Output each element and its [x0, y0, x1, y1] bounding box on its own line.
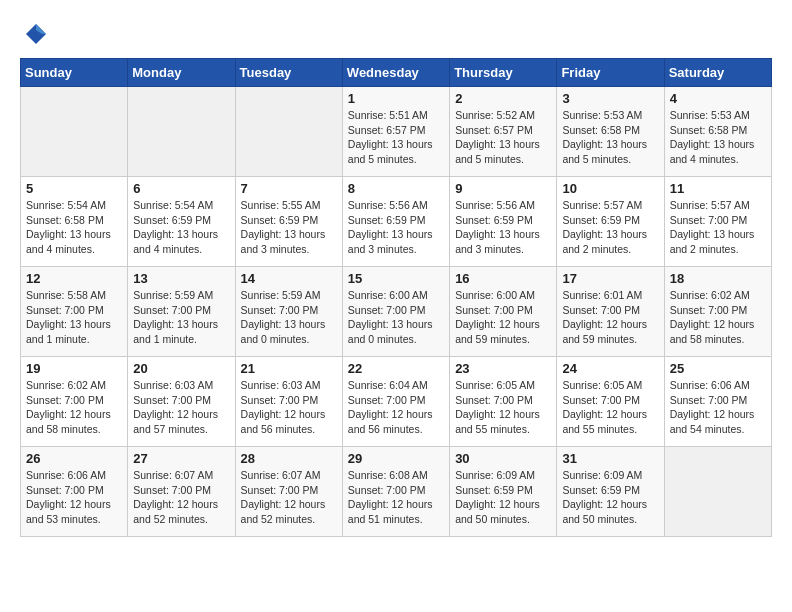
day-number: 21: [241, 361, 337, 376]
calendar-cell: 1Sunrise: 5:51 AM Sunset: 6:57 PM Daylig…: [342, 87, 449, 177]
header-day-wednesday: Wednesday: [342, 59, 449, 87]
day-number: 6: [133, 181, 229, 196]
calendar-week-row: 12Sunrise: 5:58 AM Sunset: 7:00 PM Dayli…: [21, 267, 772, 357]
day-info: Sunrise: 6:09 AM Sunset: 6:59 PM Dayligh…: [562, 468, 658, 527]
day-number: 30: [455, 451, 551, 466]
day-number: 9: [455, 181, 551, 196]
header-day-saturday: Saturday: [664, 59, 771, 87]
day-number: 13: [133, 271, 229, 286]
calendar-cell: 3Sunrise: 5:53 AM Sunset: 6:58 PM Daylig…: [557, 87, 664, 177]
calendar-cell: 23Sunrise: 6:05 AM Sunset: 7:00 PM Dayli…: [450, 357, 557, 447]
day-number: 3: [562, 91, 658, 106]
header-day-monday: Monday: [128, 59, 235, 87]
day-info: Sunrise: 5:52 AM Sunset: 6:57 PM Dayligh…: [455, 108, 551, 167]
calendar-cell: 2Sunrise: 5:52 AM Sunset: 6:57 PM Daylig…: [450, 87, 557, 177]
calendar-cell: 30Sunrise: 6:09 AM Sunset: 6:59 PM Dayli…: [450, 447, 557, 537]
day-info: Sunrise: 6:00 AM Sunset: 7:00 PM Dayligh…: [348, 288, 444, 347]
calendar-cell: [21, 87, 128, 177]
calendar-week-row: 5Sunrise: 5:54 AM Sunset: 6:58 PM Daylig…: [21, 177, 772, 267]
calendar-cell: 27Sunrise: 6:07 AM Sunset: 7:00 PM Dayli…: [128, 447, 235, 537]
calendar-week-row: 1Sunrise: 5:51 AM Sunset: 6:57 PM Daylig…: [21, 87, 772, 177]
calendar-cell: 26Sunrise: 6:06 AM Sunset: 7:00 PM Dayli…: [21, 447, 128, 537]
day-info: Sunrise: 5:53 AM Sunset: 6:58 PM Dayligh…: [562, 108, 658, 167]
day-info: Sunrise: 6:05 AM Sunset: 7:00 PM Dayligh…: [562, 378, 658, 437]
day-info: Sunrise: 5:59 AM Sunset: 7:00 PM Dayligh…: [133, 288, 229, 347]
calendar-cell: 15Sunrise: 6:00 AM Sunset: 7:00 PM Dayli…: [342, 267, 449, 357]
day-info: Sunrise: 5:53 AM Sunset: 6:58 PM Dayligh…: [670, 108, 766, 167]
calendar-cell: 12Sunrise: 5:58 AM Sunset: 7:00 PM Dayli…: [21, 267, 128, 357]
header-day-sunday: Sunday: [21, 59, 128, 87]
day-info: Sunrise: 6:00 AM Sunset: 7:00 PM Dayligh…: [455, 288, 551, 347]
calendar-cell: 11Sunrise: 5:57 AM Sunset: 7:00 PM Dayli…: [664, 177, 771, 267]
day-info: Sunrise: 6:06 AM Sunset: 7:00 PM Dayligh…: [26, 468, 122, 527]
logo: [20, 20, 52, 48]
calendar-cell: 13Sunrise: 5:59 AM Sunset: 7:00 PM Dayli…: [128, 267, 235, 357]
day-info: Sunrise: 5:56 AM Sunset: 6:59 PM Dayligh…: [455, 198, 551, 257]
calendar-cell: 29Sunrise: 6:08 AM Sunset: 7:00 PM Dayli…: [342, 447, 449, 537]
day-info: Sunrise: 6:05 AM Sunset: 7:00 PM Dayligh…: [455, 378, 551, 437]
day-number: 14: [241, 271, 337, 286]
calendar-cell: 24Sunrise: 6:05 AM Sunset: 7:00 PM Dayli…: [557, 357, 664, 447]
day-info: Sunrise: 6:03 AM Sunset: 7:00 PM Dayligh…: [133, 378, 229, 437]
calendar-cell: 19Sunrise: 6:02 AM Sunset: 7:00 PM Dayli…: [21, 357, 128, 447]
day-number: 15: [348, 271, 444, 286]
calendar-cell: 4Sunrise: 5:53 AM Sunset: 6:58 PM Daylig…: [664, 87, 771, 177]
day-info: Sunrise: 6:06 AM Sunset: 7:00 PM Dayligh…: [670, 378, 766, 437]
calendar-week-row: 19Sunrise: 6:02 AM Sunset: 7:00 PM Dayli…: [21, 357, 772, 447]
day-number: 10: [562, 181, 658, 196]
calendar-week-row: 26Sunrise: 6:06 AM Sunset: 7:00 PM Dayli…: [21, 447, 772, 537]
calendar-cell: [235, 87, 342, 177]
calendar-cell: 9Sunrise: 5:56 AM Sunset: 6:59 PM Daylig…: [450, 177, 557, 267]
day-number: 23: [455, 361, 551, 376]
day-number: 8: [348, 181, 444, 196]
day-info: Sunrise: 6:03 AM Sunset: 7:00 PM Dayligh…: [241, 378, 337, 437]
day-number: 26: [26, 451, 122, 466]
day-info: Sunrise: 5:51 AM Sunset: 6:57 PM Dayligh…: [348, 108, 444, 167]
header-day-thursday: Thursday: [450, 59, 557, 87]
calendar-cell: 8Sunrise: 5:56 AM Sunset: 6:59 PM Daylig…: [342, 177, 449, 267]
day-info: Sunrise: 6:01 AM Sunset: 7:00 PM Dayligh…: [562, 288, 658, 347]
calendar-cell: [664, 447, 771, 537]
header-day-friday: Friday: [557, 59, 664, 87]
day-number: 16: [455, 271, 551, 286]
day-number: 1: [348, 91, 444, 106]
day-info: Sunrise: 6:02 AM Sunset: 7:00 PM Dayligh…: [26, 378, 122, 437]
calendar-cell: 18Sunrise: 6:02 AM Sunset: 7:00 PM Dayli…: [664, 267, 771, 357]
calendar-cell: 14Sunrise: 5:59 AM Sunset: 7:00 PM Dayli…: [235, 267, 342, 357]
calendar-cell: 10Sunrise: 5:57 AM Sunset: 6:59 PM Dayli…: [557, 177, 664, 267]
day-number: 2: [455, 91, 551, 106]
day-number: 4: [670, 91, 766, 106]
day-info: Sunrise: 5:54 AM Sunset: 6:58 PM Dayligh…: [26, 198, 122, 257]
day-number: 28: [241, 451, 337, 466]
header: [20, 20, 772, 48]
calendar-cell: 7Sunrise: 5:55 AM Sunset: 6:59 PM Daylig…: [235, 177, 342, 267]
calendar-cell: 16Sunrise: 6:00 AM Sunset: 7:00 PM Dayli…: [450, 267, 557, 357]
calendar-cell: 20Sunrise: 6:03 AM Sunset: 7:00 PM Dayli…: [128, 357, 235, 447]
calendar-cell: 5Sunrise: 5:54 AM Sunset: 6:58 PM Daylig…: [21, 177, 128, 267]
day-number: 25: [670, 361, 766, 376]
day-number: 11: [670, 181, 766, 196]
day-number: 12: [26, 271, 122, 286]
header-day-tuesday: Tuesday: [235, 59, 342, 87]
day-info: Sunrise: 5:55 AM Sunset: 6:59 PM Dayligh…: [241, 198, 337, 257]
day-number: 19: [26, 361, 122, 376]
day-number: 5: [26, 181, 122, 196]
calendar-cell: 25Sunrise: 6:06 AM Sunset: 7:00 PM Dayli…: [664, 357, 771, 447]
day-info: Sunrise: 5:57 AM Sunset: 6:59 PM Dayligh…: [562, 198, 658, 257]
day-info: Sunrise: 5:57 AM Sunset: 7:00 PM Dayligh…: [670, 198, 766, 257]
day-info: Sunrise: 6:04 AM Sunset: 7:00 PM Dayligh…: [348, 378, 444, 437]
day-number: 27: [133, 451, 229, 466]
calendar-header-row: SundayMondayTuesdayWednesdayThursdayFrid…: [21, 59, 772, 87]
day-number: 22: [348, 361, 444, 376]
day-number: 7: [241, 181, 337, 196]
day-info: Sunrise: 6:08 AM Sunset: 7:00 PM Dayligh…: [348, 468, 444, 527]
calendar-cell: 21Sunrise: 6:03 AM Sunset: 7:00 PM Dayli…: [235, 357, 342, 447]
calendar-cell: 22Sunrise: 6:04 AM Sunset: 7:00 PM Dayli…: [342, 357, 449, 447]
day-number: 31: [562, 451, 658, 466]
day-info: Sunrise: 5:59 AM Sunset: 7:00 PM Dayligh…: [241, 288, 337, 347]
day-info: Sunrise: 5:58 AM Sunset: 7:00 PM Dayligh…: [26, 288, 122, 347]
calendar-cell: [128, 87, 235, 177]
calendar-cell: 6Sunrise: 5:54 AM Sunset: 6:59 PM Daylig…: [128, 177, 235, 267]
logo-icon: [20, 20, 48, 48]
day-info: Sunrise: 6:02 AM Sunset: 7:00 PM Dayligh…: [670, 288, 766, 347]
